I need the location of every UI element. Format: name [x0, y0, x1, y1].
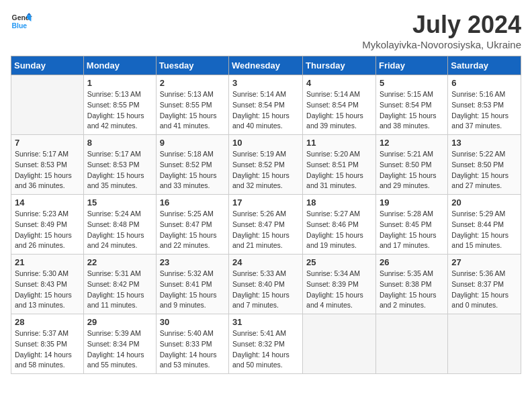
day-number: 7	[15, 138, 80, 148]
day-number: 20	[451, 197, 517, 208]
day-number: 26	[380, 257, 444, 267]
day-info: Sunrise: 5:18 AMSunset: 8:52 PMDaylight:…	[160, 149, 225, 191]
day-info: Sunrise: 5:39 AMSunset: 8:34 PMDaylight:…	[87, 328, 152, 371]
day-info: Sunrise: 5:16 AMSunset: 8:53 PMDaylight:…	[451, 89, 517, 132]
calendar-cell: 17Sunrise: 5:26 AMSunset: 8:47 PMDayligh…	[229, 195, 303, 255]
calendar-cell: 4Sunrise: 5:14 AMSunset: 8:54 PMDaylight…	[303, 75, 376, 135]
day-info: Sunrise: 5:22 AMSunset: 8:50 PMDaylight:…	[451, 149, 517, 191]
title-block: July 2024 Mykolayivka-Novorosiyska, Ukra…	[362, 11, 521, 50]
day-info: Sunrise: 5:28 AMSunset: 8:45 PMDaylight:…	[380, 209, 444, 251]
col-header-friday: Friday	[375, 56, 447, 75]
day-number: 28	[15, 317, 80, 327]
day-info: Sunrise: 5:35 AMSunset: 8:38 PMDaylight:…	[380, 269, 444, 311]
day-number: 31	[232, 317, 299, 327]
col-header-tuesday: Tuesday	[156, 56, 228, 75]
logo: General Blue	[11, 11, 32, 32]
calendar-cell: 9Sunrise: 5:18 AMSunset: 8:52 PMDaylight…	[156, 135, 228, 195]
calendar-cell: 8Sunrise: 5:17 AMSunset: 8:53 PMDaylight…	[83, 135, 156, 195]
day-info: Sunrise: 5:17 AMSunset: 8:53 PMDaylight:…	[87, 149, 152, 191]
week-row-1: 1Sunrise: 5:13 AMSunset: 8:55 PMDaylight…	[11, 75, 521, 135]
day-number: 17	[232, 197, 299, 208]
calendar-cell: 19Sunrise: 5:28 AMSunset: 8:45 PMDayligh…	[375, 195, 447, 255]
day-info: Sunrise: 5:25 AMSunset: 8:47 PMDaylight:…	[160, 209, 225, 251]
calendar-cell: 31Sunrise: 5:41 AMSunset: 8:32 PMDayligh…	[229, 314, 303, 374]
calendar-cell: 16Sunrise: 5:25 AMSunset: 8:47 PMDayligh…	[156, 195, 228, 255]
calendar-cell: 25Sunrise: 5:34 AMSunset: 8:39 PMDayligh…	[303, 255, 376, 314]
day-number: 12	[380, 138, 444, 148]
page-header: General Blue July 2024 Mykolayivka-Novor…	[11, 11, 521, 50]
day-info: Sunrise: 5:36 AMSunset: 8:37 PMDaylight:…	[451, 269, 517, 311]
day-info: Sunrise: 5:14 AMSunset: 8:54 PMDaylight:…	[306, 89, 372, 132]
day-info: Sunrise: 5:27 AMSunset: 8:46 PMDaylight:…	[306, 209, 372, 251]
day-number: 14	[15, 197, 80, 208]
calendar-cell: 3Sunrise: 5:14 AMSunset: 8:54 PMDaylight…	[229, 75, 303, 135]
calendar-cell: 6Sunrise: 5:16 AMSunset: 8:53 PMDaylight…	[448, 75, 521, 135]
day-info: Sunrise: 5:26 AMSunset: 8:47 PMDaylight:…	[232, 209, 299, 251]
day-number: 27	[451, 257, 517, 267]
week-row-2: 7Sunrise: 5:17 AMSunset: 8:53 PMDaylight…	[11, 135, 521, 195]
day-number: 11	[306, 138, 372, 148]
calendar-cell: 24Sunrise: 5:33 AMSunset: 8:40 PMDayligh…	[229, 255, 303, 314]
day-info: Sunrise: 5:17 AMSunset: 8:53 PMDaylight:…	[15, 149, 80, 191]
day-info: Sunrise: 5:37 AMSunset: 8:35 PMDaylight:…	[15, 328, 80, 371]
calendar-cell: 12Sunrise: 5:21 AMSunset: 8:50 PMDayligh…	[375, 135, 447, 195]
calendar-cell: 18Sunrise: 5:27 AMSunset: 8:46 PMDayligh…	[303, 195, 376, 255]
calendar-cell: 10Sunrise: 5:19 AMSunset: 8:52 PMDayligh…	[229, 135, 303, 195]
day-info: Sunrise: 5:34 AMSunset: 8:39 PMDaylight:…	[306, 269, 372, 311]
day-info: Sunrise: 5:14 AMSunset: 8:54 PMDaylight:…	[232, 89, 299, 132]
calendar-cell: 5Sunrise: 5:15 AMSunset: 8:54 PMDaylight…	[375, 75, 447, 135]
col-header-saturday: Saturday	[448, 56, 521, 75]
calendar-cell: 7Sunrise: 5:17 AMSunset: 8:53 PMDaylight…	[11, 135, 84, 195]
day-number: 13	[451, 138, 517, 148]
col-header-sunday: Sunday	[11, 56, 84, 75]
day-number: 2	[160, 78, 225, 88]
calendar-table: SundayMondayTuesdayWednesdayThursdayFrid…	[11, 56, 521, 374]
col-header-wednesday: Wednesday	[229, 56, 303, 75]
month-title: July 2024	[362, 11, 521, 39]
day-number: 25	[306, 257, 372, 267]
col-header-monday: Monday	[83, 56, 156, 75]
day-number: 24	[232, 257, 299, 267]
day-number: 18	[306, 197, 372, 208]
day-info: Sunrise: 5:31 AMSunset: 8:42 PMDaylight:…	[87, 269, 152, 311]
calendar-cell: 30Sunrise: 5:40 AMSunset: 8:33 PMDayligh…	[156, 314, 228, 374]
day-info: Sunrise: 5:15 AMSunset: 8:54 PMDaylight:…	[380, 89, 444, 132]
location-subtitle: Mykolayivka-Novorosiyska, Ukraine	[362, 39, 521, 50]
day-number: 8	[87, 138, 152, 148]
calendar-cell: 21Sunrise: 5:30 AMSunset: 8:43 PMDayligh…	[11, 255, 84, 314]
week-row-4: 21Sunrise: 5:30 AMSunset: 8:43 PMDayligh…	[11, 255, 521, 314]
day-info: Sunrise: 5:21 AMSunset: 8:50 PMDaylight:…	[380, 149, 444, 191]
calendar-cell: 22Sunrise: 5:31 AMSunset: 8:42 PMDayligh…	[83, 255, 156, 314]
calendar-cell	[375, 314, 447, 374]
day-info: Sunrise: 5:23 AMSunset: 8:49 PMDaylight:…	[15, 209, 80, 251]
day-number: 21	[15, 257, 80, 267]
day-number: 16	[160, 197, 225, 208]
calendar-cell: 2Sunrise: 5:13 AMSunset: 8:55 PMDaylight…	[156, 75, 228, 135]
day-number: 29	[87, 317, 152, 327]
col-header-thursday: Thursday	[303, 56, 376, 75]
calendar-cell: 26Sunrise: 5:35 AMSunset: 8:38 PMDayligh…	[375, 255, 447, 314]
logo-icon: General Blue	[11, 11, 32, 32]
week-row-3: 14Sunrise: 5:23 AMSunset: 8:49 PMDayligh…	[11, 195, 521, 255]
calendar-cell: 11Sunrise: 5:20 AMSunset: 8:51 PMDayligh…	[303, 135, 376, 195]
day-number: 4	[306, 78, 372, 88]
calendar-cell: 29Sunrise: 5:39 AMSunset: 8:34 PMDayligh…	[83, 314, 156, 374]
calendar-header-row: SundayMondayTuesdayWednesdayThursdayFrid…	[11, 56, 521, 75]
day-number: 1	[87, 78, 152, 88]
day-info: Sunrise: 5:29 AMSunset: 8:44 PMDaylight:…	[451, 209, 517, 251]
day-number: 19	[380, 197, 444, 208]
day-number: 5	[380, 78, 444, 88]
day-info: Sunrise: 5:33 AMSunset: 8:40 PMDaylight:…	[232, 269, 299, 311]
day-number: 9	[160, 138, 225, 148]
day-info: Sunrise: 5:30 AMSunset: 8:43 PMDaylight:…	[15, 269, 80, 311]
day-info: Sunrise: 5:41 AMSunset: 8:32 PMDaylight:…	[232, 328, 299, 371]
calendar-cell: 1Sunrise: 5:13 AMSunset: 8:55 PMDaylight…	[83, 75, 156, 135]
week-row-5: 28Sunrise: 5:37 AMSunset: 8:35 PMDayligh…	[11, 314, 521, 374]
calendar-cell: 23Sunrise: 5:32 AMSunset: 8:41 PMDayligh…	[156, 255, 228, 314]
day-number: 15	[87, 197, 152, 208]
calendar-cell: 15Sunrise: 5:24 AMSunset: 8:48 PMDayligh…	[83, 195, 156, 255]
calendar-cell: 27Sunrise: 5:36 AMSunset: 8:37 PMDayligh…	[448, 255, 521, 314]
day-info: Sunrise: 5:40 AMSunset: 8:33 PMDaylight:…	[160, 328, 225, 371]
day-number: 6	[451, 78, 517, 88]
day-info: Sunrise: 5:32 AMSunset: 8:41 PMDaylight:…	[160, 269, 225, 311]
